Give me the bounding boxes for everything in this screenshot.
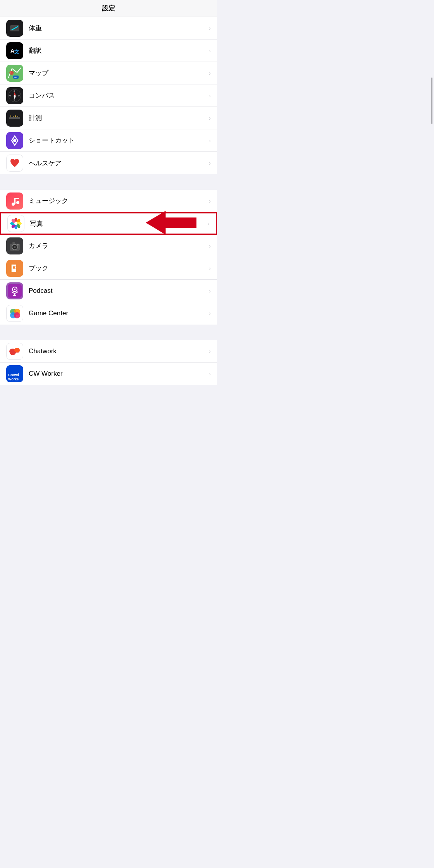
svg-rect-49 [12, 242, 15, 244]
list-item-chatwork[interactable]: Chatwork › [0, 340, 217, 363]
list-item-shortcuts[interactable]: ショートカット › [0, 129, 217, 152]
list-item-music[interactable]: ミュージック › [0, 190, 217, 212]
list-item-translate[interactable]: A 文 翻訳 › [0, 40, 217, 62]
photos-label: 写真 [30, 219, 205, 228]
svg-text:280: 280 [14, 76, 17, 79]
svg-point-41 [14, 222, 17, 225]
chevron-icon: › [209, 138, 211, 144]
svg-point-28 [13, 139, 16, 142]
photos-icon [7, 215, 24, 232]
page-title: 設定 [102, 4, 115, 13]
health-label: ヘルスケア [29, 159, 206, 168]
svg-point-30 [16, 201, 19, 204]
list-item-health[interactable]: ヘルスケア › [0, 152, 217, 174]
chevron-icon: › [209, 93, 211, 99]
media-apps-section: ミュージック › [0, 190, 217, 325]
maps-label: マップ [29, 69, 206, 77]
svg-text:Works: Works [8, 377, 19, 381]
third-party-apps-section: Chatwork › Crowd Works CW Worker › [0, 340, 217, 385]
section-divider-1 [0, 182, 217, 190]
shortcuts-label: ショートカット [29, 136, 206, 145]
health-icon [6, 155, 23, 172]
chevron-icon: › [209, 198, 211, 204]
camera-label: カメラ [29, 241, 206, 250]
list-item-camera[interactable]: カメラ › [0, 235, 217, 257]
list-item-cwworker[interactable]: Crowd Works CW Worker › [0, 363, 217, 385]
books-icon [6, 260, 23, 277]
podcasts-icon [6, 282, 23, 299]
list-item-books[interactable]: ブック › [0, 257, 217, 280]
svg-point-50 [17, 244, 19, 246]
svg-rect-6 [6, 65, 23, 82]
podcasts-label: Podcast [29, 287, 206, 295]
list-item-podcasts[interactable]: Podcast › [0, 280, 217, 302]
list-item-compass[interactable]: N S W E コンパス › [0, 84, 217, 107]
camera-icon [6, 237, 23, 254]
chevron-icon: › [208, 220, 210, 227]
taiju-icon [6, 20, 23, 37]
svg-rect-54 [13, 266, 16, 267]
apple-apps-list: 体重 › A 文 翻訳 › 280 [0, 17, 217, 174]
maps-icon: 280 [6, 65, 23, 82]
music-icon [6, 193, 23, 210]
svg-point-29 [12, 203, 15, 206]
chevron-icon: › [209, 310, 211, 316]
svg-point-65 [14, 312, 20, 318]
chevron-icon: › [209, 288, 211, 294]
chatwork-label: Chatwork [29, 347, 206, 355]
translate-icon: A 文 [6, 42, 23, 59]
third-party-apps-list: Chatwork › Crowd Works CW Worker › [0, 340, 217, 385]
measure-label: 計測 [29, 113, 206, 122]
navigation-bar: 設定 [0, 0, 217, 17]
list-item-measure[interactable]: 計測 › [0, 107, 217, 129]
svg-rect-55 [13, 267, 15, 268]
svg-rect-32 [14, 198, 19, 199]
taiju-label: 体重 [29, 24, 206, 33]
svg-rect-22 [9, 117, 20, 119]
apple-apps-section: 体重 › A 文 翻訳 › 280 [0, 17, 217, 174]
svg-text:Crowd: Crowd [8, 373, 19, 377]
svg-text:A: A [10, 48, 14, 54]
chevron-icon: › [209, 70, 211, 76]
chatwork-icon [6, 343, 23, 360]
svg-text:文: 文 [14, 49, 19, 55]
list-item-photos[interactable]: 写真 › [0, 212, 217, 235]
list-item-gamecenter[interactable]: Game Center › [0, 302, 217, 325]
svg-point-59 [14, 289, 16, 290]
cwworker-label: CW Worker [29, 370, 206, 378]
list-item-taiju[interactable]: 体重 › [0, 17, 217, 40]
gamecenter-label: Game Center [29, 309, 206, 317]
svg-point-2 [12, 29, 13, 30]
chevron-icon: › [209, 115, 211, 121]
shortcuts-icon [6, 132, 23, 149]
cwworker-icon: Crowd Works [6, 365, 23, 382]
translate-label: 翻訳 [29, 46, 206, 55]
svg-rect-56 [13, 268, 16, 269]
svg-point-48 [14, 246, 16, 248]
chevron-icon: › [209, 348, 211, 354]
svg-rect-53 [11, 265, 12, 272]
compass-label: コンパス [29, 91, 206, 100]
chevron-icon: › [209, 48, 211, 54]
gamecenter-icon [6, 305, 23, 322]
list-item-maps[interactable]: 280 マップ › [0, 62, 217, 84]
chevron-icon: › [209, 243, 211, 249]
music-label: ミュージック [29, 196, 206, 205]
svg-point-69 [14, 348, 20, 352]
chevron-icon: › [209, 25, 211, 31]
chevron-icon: › [209, 265, 211, 272]
compass-icon: N S W E [6, 87, 23, 104]
chevron-icon: › [209, 160, 211, 166]
svg-point-16 [14, 95, 16, 96]
media-apps-list: ミュージック › [0, 190, 217, 325]
books-label: ブック [29, 264, 206, 273]
chevron-icon: › [209, 371, 211, 377]
measure-icon [6, 110, 23, 127]
section-divider-2 [0, 332, 217, 340]
